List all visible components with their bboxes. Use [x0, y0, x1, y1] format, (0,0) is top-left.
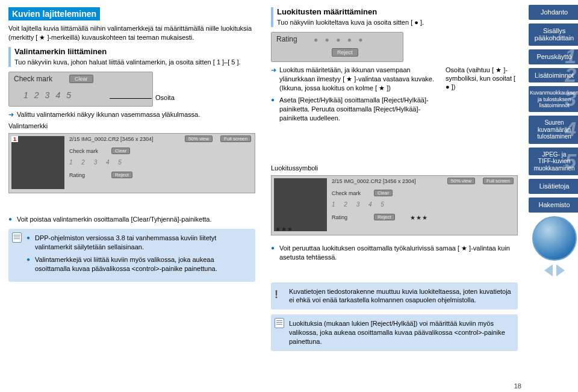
fig-label-rating: Rating	[276, 35, 297, 43]
btn-50-r[interactable]: 50% view	[447, 178, 475, 184]
badge-1: 1	[11, 136, 18, 142]
mark-3[interactable]: 3	[45, 90, 50, 100]
note-right-text: Luokituksia (mukaan lukien [Reject/Hylkä…	[289, 320, 505, 345]
warning-icon: !	[275, 287, 278, 302]
thumbnail-r	[274, 178, 327, 231]
label-marker: Valintamerkki	[8, 122, 255, 129]
sidebar: Johdanto Sisällys pääkohdittain Peruskäy…	[526, 0, 578, 392]
note-icon-r	[275, 318, 284, 328]
note-right: Luokituksia (mukaan lukien [Reject/Hylkä…	[271, 314, 518, 351]
label-rating-symbol: Luokitussymboli	[271, 164, 518, 172]
thumbnail	[11, 136, 64, 189]
bullet-undo-rating: Voit peruuttaa luokituksen osoittamalla …	[271, 244, 518, 262]
nav-jpeg-tiff[interactable]: JPEG- ja TIFF-kuvien muokkaaminen5	[529, 148, 578, 176]
heading-sort: Kuvien lajitteleminen	[8, 7, 100, 20]
shot-rating-r: Rating	[332, 214, 347, 220]
shot-info-r: 2/15 IMG_0002.CR2 [3456 x 2304]	[332, 178, 416, 184]
btn-50[interactable]: 50% view	[185, 135, 213, 142]
nav-next-icon[interactable]	[556, 264, 565, 276]
btn-full[interactable]: Full screen	[220, 135, 251, 142]
intro-left: Voit lajitella kuvia liittämällä niihin …	[8, 24, 255, 42]
fig-label-check: Check mark	[14, 75, 52, 83]
warn-right: ! Kuvatietojen tiedostorakenne muuttuu k…	[271, 282, 518, 310]
info-selected-mark: Valittu valintamerkki näkyy ikkunan vase…	[8, 110, 255, 119]
fig-checkmark-panel: Check mark Clear 1 2 3 4 5	[8, 72, 153, 107]
warn-text: Kuvatietojen tiedostorakenne muuttuu kuv…	[289, 288, 511, 304]
callout-osoita: Osoita	[155, 94, 175, 101]
nav-lens-button[interactable]	[532, 216, 577, 261]
shot-check: Check mark	[69, 148, 98, 154]
mark-4[interactable]: 4	[55, 90, 60, 100]
sub-body-attach: Tuo näkyviin kuva, johon haluat liittää …	[14, 58, 255, 67]
note-icon	[12, 232, 22, 243]
btn-clear2[interactable]: Clear	[111, 148, 130, 154]
nav-intro[interactable]: Johdanto	[529, 5, 578, 20]
fig-btn-clear[interactable]: Clear	[69, 75, 93, 83]
nav-prev-icon[interactable]	[544, 264, 553, 276]
col-right: Luokitusten määrittäminen Tuo näkyviin l…	[271, 7, 518, 356]
nav-more-info[interactable]: Lisätietoja	[529, 179, 578, 194]
shot-check-r: Check mark	[332, 190, 361, 196]
shot-info: 2/15 IMG_0002.CR2 [3456 x 2304]	[69, 136, 154, 142]
bullet-reject: Aseta [Reject/Hylkää] osoittamalla [Reje…	[271, 96, 518, 123]
btn-clear-r[interactable]: Clear	[374, 190, 393, 196]
step-attach-mark: Valintamerkin liittäminen Tuo näkyviin k…	[8, 47, 255, 67]
fig-wide-right: 2/15 IMG_0002.CR2 [3456 x 2304] 50% view…	[271, 175, 518, 235]
stars-badge: ★★★	[275, 226, 293, 232]
nav-index[interactable]: Hakemisto	[529, 198, 578, 213]
fig-rating-panel: Rating Reject ● ● ● ● ●	[271, 32, 403, 62]
sub-body-rating: Tuo näkyviin luokiteltava kuva ja osoita…	[277, 18, 518, 27]
nav-large-print[interactable]: Suuren kuvamäärän tulostaminen4	[529, 116, 578, 144]
nav-basic[interactable]: Peruskäyttö1	[529, 49, 578, 64]
mark-5[interactable]: 5	[66, 90, 71, 100]
bullet-remove-mark: Voit poistaa valintamerkin osoittamalla …	[8, 215, 255, 224]
fig-btn-reject[interactable]: Reject	[332, 48, 358, 57]
nav-contents[interactable]: Sisällys pääkohdittain	[529, 23, 578, 46]
sub-title-rating: Luokitusten määrittäminen	[277, 7, 518, 16]
btn-reject-r[interactable]: Reject	[374, 214, 395, 220]
note-left-a: DPP-ohjelmiston versiossa 3.8 tai vanhem…	[26, 234, 249, 252]
btn-reject[interactable]: Reject	[111, 172, 132, 178]
note-left: DPP-ohjelmiston versiossa 3.8 tai vanhem…	[8, 229, 255, 281]
btn-full-r[interactable]: Full screen	[483, 178, 514, 184]
sub-title-attach: Valintamerkin liittäminen	[14, 47, 255, 56]
col-left: Kuvien lajitteleminen Voit lajitella kuv…	[8, 7, 255, 356]
info-rating-set: Luokitus määritetään, ja ikkunan vasempa…	[271, 66, 518, 93]
step-rating: Luokitusten määrittäminen Tuo näkyviin l…	[271, 7, 518, 27]
mark-2[interactable]: 2	[34, 90, 39, 100]
stars-row: ★★★	[410, 214, 428, 221]
shot-rating: Rating	[69, 172, 85, 178]
nav-advanced[interactable]: Lisätoiminnot2	[529, 68, 578, 83]
mark-1[interactable]: 1	[23, 90, 28, 100]
note-left-b: Valintamerkkejä voi liittää kuviin myös …	[26, 255, 249, 273]
fig-wide-left: 1 2/15 IMG_0002.CR2 [3456 x 2304] 50% vi…	[8, 133, 255, 193]
nav-edit-print[interactable]: Kuvanmuokkauksen ja tulostuksen lisätoim…	[529, 86, 578, 112]
page-number: 18	[514, 382, 521, 390]
